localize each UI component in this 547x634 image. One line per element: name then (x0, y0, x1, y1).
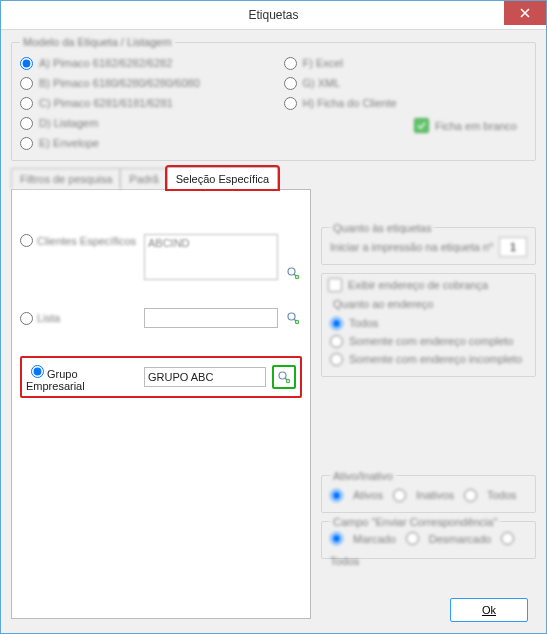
tabstrip: Filtros de pesquisa Padrã Seleção Especí… (11, 167, 536, 189)
ok-button-label: Ok (482, 604, 496, 616)
search-add-icon (277, 370, 291, 384)
model-legend: Modelo da Etiqueta / Listagem (20, 36, 175, 48)
ficha-branco-label: Ficha em branco (435, 120, 517, 132)
radio-grupo[interactable] (31, 365, 44, 378)
model-col-left: A) Pimaco 6182/6282/6282 B) Pimaco 6180/… (20, 54, 264, 152)
group-etiquetas: Quanto às etiquetas Iniciar a impressão … (321, 227, 536, 265)
model-opt-d[interactable] (20, 117, 33, 130)
input-iniciar-num[interactable] (499, 237, 527, 257)
titlebar: Etiquetas (1, 1, 546, 30)
model-groupbox: Modelo da Etiqueta / Listagem A) Pimaco … (11, 36, 536, 161)
tab-padrao[interactable]: Padrã (120, 168, 167, 189)
label-lista: Lista (37, 312, 60, 324)
label-marcado: Marcado (353, 533, 396, 545)
group-etiquetas-title: Quanto às etiquetas (330, 222, 434, 234)
model-opt-e[interactable] (20, 137, 33, 150)
check-icon (417, 121, 426, 130)
model-opt-h-label: H) Ficha do Cliente (303, 97, 397, 109)
model-col-right: F) Excel G) XML H) Ficha do Cliente Fich… (284, 54, 528, 152)
lookup-clientes[interactable] (284, 264, 302, 282)
lookup-lista[interactable] (284, 309, 302, 327)
label-inativos: Inativos (416, 489, 454, 501)
label-iniciar-num: Iniciar a impressão na etiqueta nº (330, 241, 493, 253)
label-end-incompleto: Somente com endereço incompleto (349, 353, 522, 365)
group-correspondencia: Campo "Enviar Correspondência" Marcado D… (321, 521, 536, 559)
radio-end-todos[interactable] (330, 317, 343, 330)
label-at-todos: Todos (487, 489, 516, 501)
model-opt-a[interactable] (20, 57, 33, 70)
group-endereco-title: Quanto ao endereço (330, 298, 436, 310)
radio-clientes[interactable] (20, 234, 33, 247)
model-opt-f[interactable] (284, 57, 297, 70)
input-lista[interactable] (144, 308, 278, 328)
tab-filtros[interactable]: Filtros de pesquisa (11, 168, 121, 189)
label-cor-todos: Todos (330, 555, 359, 567)
group-ativo: Ativo/Inativo Ativos Inativos Todos (321, 475, 536, 513)
label-clientes: Clientes Específicos (37, 235, 136, 247)
svg-point-3 (288, 313, 295, 320)
label-end-completo: Somente com endereço completo (349, 335, 513, 347)
search-add-icon (286, 266, 300, 280)
etiquetas-dialog: Etiquetas Modelo da Etiqueta / Listagem … (0, 0, 547, 634)
group-endereco: Exibir endereço de cobrança Quanto ao en… (321, 273, 536, 377)
label-end-todos: Todos (349, 317, 378, 329)
model-opt-b-label: B) Pimaco 6180/6280/6280/6080 (39, 77, 200, 89)
input-clientes[interactable] (144, 234, 278, 280)
lookup-grupo[interactable] (272, 365, 296, 389)
model-opt-g-label: G) XML (303, 77, 341, 89)
row-clientes: Clientes Específicos (20, 234, 302, 282)
radio-desmarcado[interactable] (406, 532, 419, 545)
radio-marcado[interactable] (330, 532, 343, 545)
options-pane: Quanto às etiquetas Iniciar a impressão … (319, 189, 536, 619)
model-opt-f-label: F) Excel (303, 57, 343, 69)
input-grupo[interactable] (144, 367, 266, 387)
model-opt-c[interactable] (20, 97, 33, 110)
radio-ativos[interactable] (330, 489, 343, 502)
dialog-title: Etiquetas (248, 8, 298, 22)
label-desmarcado: Desmarcado (429, 533, 491, 545)
svg-point-6 (279, 372, 286, 379)
dialog-body: Modelo da Etiqueta / Listagem A) Pimaco … (1, 30, 546, 634)
radio-end-completo[interactable] (330, 335, 343, 348)
checkbox-exibir-cobranca[interactable] (328, 278, 342, 292)
tab-selecao-especifica[interactable]: Seleção Específica (167, 167, 279, 189)
selecao-pane: Clientes Específicos Lista Grupo Empresa… (11, 189, 311, 619)
model-opt-b[interactable] (20, 77, 33, 90)
search-add-icon (286, 311, 300, 325)
group-ativo-title: Ativo/Inativo (330, 470, 396, 482)
label-ativos: Ativos (353, 489, 383, 501)
close-button[interactable] (504, 1, 546, 25)
model-opt-h[interactable] (284, 97, 297, 110)
model-opt-g[interactable] (284, 77, 297, 90)
row-lista: Lista (20, 308, 302, 328)
model-opt-a-label: A) Pimaco 6182/6282/6282 (39, 57, 172, 69)
close-icon (520, 8, 530, 18)
label-exibir-cobranca: Exibir endereço de cobrança (348, 279, 488, 291)
radio-at-todos[interactable] (464, 489, 477, 502)
ok-button[interactable]: Ok (450, 598, 528, 622)
group-corr-title: Campo "Enviar Correspondência" (330, 516, 500, 528)
radio-end-incompleto[interactable] (330, 353, 343, 366)
radio-lista[interactable] (20, 312, 33, 325)
row-grupo-highlight: Grupo Empresarial (20, 356, 302, 398)
ficha-branco-checkbox[interactable] (414, 118, 429, 133)
model-opt-d-label: D) Listagem (39, 117, 98, 129)
radio-cor-todos[interactable] (501, 532, 514, 545)
radio-inativos[interactable] (393, 489, 406, 502)
svg-point-0 (288, 268, 295, 275)
model-opt-c-label: C) Pimaco 6281/6181/6281 (39, 97, 173, 109)
model-opt-e-label: E) Envelope (39, 137, 99, 149)
